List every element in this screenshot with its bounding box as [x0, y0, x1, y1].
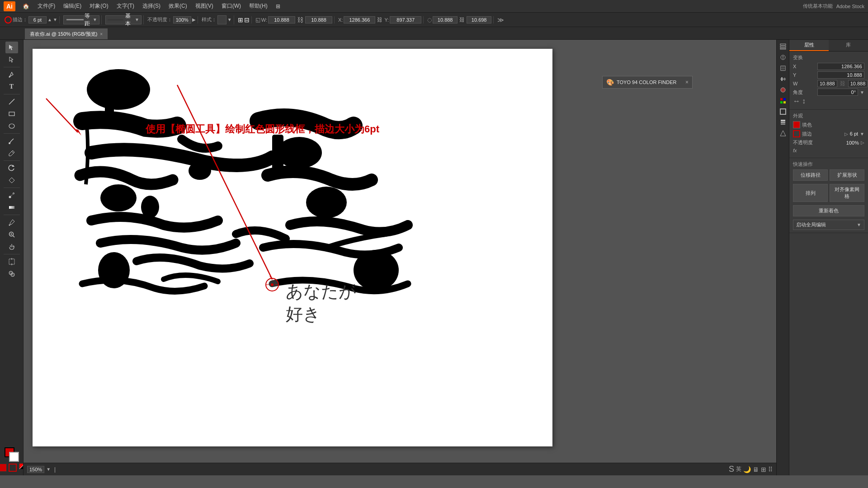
stroke-value-arrow[interactable]: ▼	[860, 131, 864, 136]
menu-home-icon[interactable]: 🏠	[19, 2, 33, 10]
transform-panel-icon[interactable]	[778, 63, 788, 73]
arrange-button[interactable]: 排列	[793, 184, 828, 202]
stroke-profile-arrow[interactable]: ▼	[135, 17, 139, 22]
ellipse-tool[interactable]	[5, 120, 18, 132]
expand-shape-button[interactable]: 扩展形状	[830, 169, 864, 181]
gradient-tool[interactable]	[5, 202, 18, 213]
stroke-dash-selector[interactable]: 等距 ▼	[63, 15, 99, 24]
stroke-up-icon[interactable]: ▲	[47, 17, 52, 22]
fill-color-swatch[interactable]	[793, 121, 800, 128]
tab-close-button[interactable]: ×	[100, 32, 103, 37]
transform-angle-value[interactable]: 0°	[817, 89, 858, 96]
rotate-tool[interactable]	[5, 162, 18, 174]
symbols-panel-icon[interactable]	[778, 128, 788, 138]
opacity-expand-icon[interactable]: ▷	[861, 140, 864, 145]
none-icon[interactable]	[19, 464, 24, 469]
hand-tool[interactable]	[5, 241, 18, 253]
align-icon[interactable]: ⊟	[244, 16, 250, 23]
opacity-group: 不透明度： 100% ▶	[146, 16, 198, 23]
global-edit-arrow[interactable]: ▼	[857, 222, 861, 227]
stroke-swatch[interactable]	[9, 464, 17, 472]
scale-tool[interactable]	[5, 174, 18, 186]
opacity-arrow[interactable]: ▶	[192, 17, 196, 22]
tab-bar: 喜欢你.ai @ 150% (RGB/预览) ×	[0, 27, 868, 40]
x-value[interactable]: 1286.366	[344, 16, 375, 23]
zoom-value[interactable]: 150%	[27, 466, 44, 473]
r2-value[interactable]: 10.698	[467, 16, 491, 23]
toolbox-separator-1	[4, 67, 20, 67]
pen-tool[interactable]	[5, 69, 18, 80]
opacity-value[interactable]: 100%	[173, 16, 191, 23]
menu-effect[interactable]: 效果(C)	[165, 1, 191, 11]
menu-window[interactable]: 窗口(W)	[218, 1, 245, 11]
stroke-color-swatch[interactable]	[793, 130, 800, 137]
stroke-type-arrow[interactable]: ▼	[93, 17, 97, 22]
rect-tool[interactable]	[5, 108, 18, 120]
transform-w-value[interactable]: 10.888	[817, 80, 837, 87]
svg-point-4	[9, 142, 10, 144]
stroke-down-icon[interactable]: ▼	[53, 17, 57, 22]
stroke-prop-value[interactable]: 6 pt	[850, 131, 858, 136]
appearance-panel-icon[interactable]	[778, 85, 788, 95]
recolor-button[interactable]: 重新着色	[793, 205, 864, 216]
color-finder-close-button[interactable]: ×	[685, 79, 689, 85]
menu-view[interactable]: 视图(V)	[192, 1, 217, 11]
menu-object[interactable]: 对象(O)	[86, 1, 112, 11]
artboard-tool[interactable]	[5, 256, 18, 267]
menu-select[interactable]: 选择(S)	[139, 1, 164, 11]
menu-edit[interactable]: 编辑(E)	[60, 1, 85, 11]
blend-tool[interactable]	[5, 189, 18, 201]
menu-workspace-icon[interactable]: ⊞	[272, 2, 284, 10]
align-pixel-button[interactable]: 对齐像素网格	[830, 184, 864, 202]
angle-down-arrow[interactable]: ▼	[860, 90, 864, 95]
link-chain-icon[interactable]: ⛓	[840, 80, 845, 87]
panel-tab-properties[interactable]: 层性	[789, 40, 829, 51]
layer-icon[interactable]	[778, 42, 788, 52]
menu-text[interactable]: 文字(T)	[113, 1, 138, 11]
zoom-control[interactable]: 150% ▼	[27, 466, 51, 473]
text-tool[interactable]: T	[5, 81, 18, 93]
flip-v-icon[interactable]: ↕	[802, 97, 806, 105]
transform-y-value[interactable]: 10.888	[817, 71, 864, 79]
document-tab[interactable]: 喜欢你.ai @ 150% (RGB/预览) ×	[25, 28, 108, 39]
selection-tool[interactable]	[5, 42, 18, 53]
background-color-swatch[interactable]	[9, 452, 19, 462]
color-panel-icon[interactable]	[778, 96, 788, 106]
global-edit-row[interactable]: 启动全局编辑 ▼	[793, 220, 864, 230]
y-value[interactable]: 897.337	[390, 16, 421, 23]
svg-text:好き: 好き	[286, 305, 321, 324]
eyedropper-tool[interactable]	[5, 216, 18, 228]
line-tool[interactable]	[5, 96, 18, 108]
shape-builder-tool[interactable]	[5, 268, 18, 280]
brush-tool[interactable]	[5, 135, 18, 147]
opacity-prop-value[interactable]: 100%	[846, 140, 859, 145]
shape-h-value[interactable]: 10.888	[305, 16, 332, 23]
offset-path-button[interactable]: 位移路径	[793, 169, 828, 181]
more-icon[interactable]: ≫	[497, 16, 504, 23]
stroke-expand-icon[interactable]: ▷	[844, 131, 848, 136]
properties-icon[interactable]	[778, 52, 788, 62]
transform-h-value[interactable]: 10.888	[848, 80, 868, 87]
flip-h-icon[interactable]: ↔	[793, 97, 800, 105]
zoom-arrow[interactable]: ▼	[46, 467, 51, 472]
transform-x-value[interactable]: 1286.366	[817, 63, 864, 70]
menu-file[interactable]: 文件(F)	[34, 1, 59, 11]
shape-w-value[interactable]: 10.888	[268, 16, 295, 23]
direct-selection-tool[interactable]	[5, 54, 18, 66]
grid-icon[interactable]: ⊞	[238, 16, 243, 23]
fill-swatch[interactable]	[0, 464, 7, 472]
xy-link-icon[interactable]: ⛓	[377, 17, 382, 23]
panel-tab-library[interactable]: 库	[829, 40, 868, 51]
pencil-tool[interactable]	[5, 147, 18, 159]
stroke-profile-selector[interactable]: 基本 ▼	[105, 15, 142, 24]
layers-panel-icon[interactable]	[778, 117, 788, 127]
zoom-tool[interactable]	[5, 229, 18, 240]
r-value[interactable]: 10.888	[433, 16, 458, 23]
style-preview[interactable]	[217, 15, 226, 24]
style-arrow[interactable]: ▼	[227, 17, 232, 22]
stroke-size-value[interactable]: 6 pt	[28, 16, 47, 23]
menu-help[interactable]: 帮助(H)	[245, 1, 271, 11]
stroke-panel-icon[interactable]	[778, 107, 788, 117]
align-panel-icon[interactable]	[778, 74, 788, 84]
link-icon[interactable]: ⛓	[297, 16, 303, 23]
